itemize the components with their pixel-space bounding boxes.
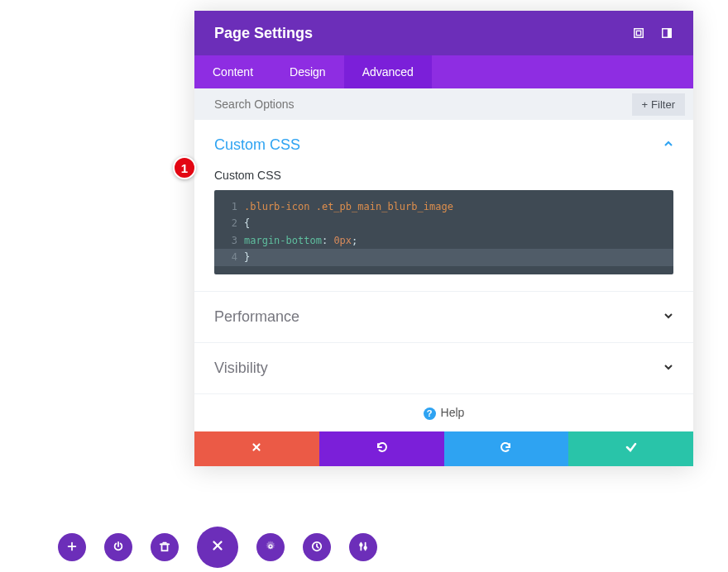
svg-rect-0 [635,29,644,38]
redo-icon [500,441,513,457]
section-head-performance[interactable]: Performance [214,308,673,326]
power-button[interactable] [104,533,132,561]
code-line: 2 { [226,215,662,231]
clock-icon [311,541,323,555]
footer [194,431,693,466]
chevron-down-icon [663,362,673,374]
filter-button[interactable]: + Filter [632,93,685,116]
line-number: 4 [226,249,237,265]
plus-icon: + [642,98,649,111]
section-custom-css: Custom CSS Custom CSS 1 .blurb-icon .et_… [194,120,693,292]
close-toolbar-button[interactable] [197,527,238,568]
redo-button[interactable] [444,431,569,466]
modal-header: Page Settings [194,11,693,55]
settings-button[interactable] [256,533,285,561]
check-icon [625,441,638,457]
close-icon [210,538,225,557]
code-selector: .blurb-icon .et_pb_main_blurb_image [244,201,453,212]
filter-label: Filter [651,98,675,111]
chevron-down-icon [663,311,673,323]
code-brace: { [244,217,250,229]
code-line: 4 } [214,249,673,265]
bottom-toolbar [58,527,377,568]
svg-point-17 [360,543,362,546]
code-editor[interactable]: 1 .blurb-icon .et_pb_main_blurb_image 2 … [214,190,673,274]
gear-icon [265,541,276,555]
svg-rect-3 [668,29,671,38]
section-title-custom-css: Custom CSS [214,136,300,154]
line-number: 1 [226,198,237,215]
code-line: 1 .blurb-icon .et_pb_main_blurb_image [226,198,662,215]
save-button[interactable] [568,431,693,466]
code-semi: ; [352,235,357,246]
svg-rect-9 [162,544,168,551]
code-property: margin-bottom [244,235,322,246]
snap-right-icon[interactable] [660,26,673,40]
header-icons [632,26,673,40]
undo-button[interactable] [319,431,444,466]
section-title-performance: Performance [214,308,299,326]
section-performance: Performance [194,292,693,343]
tab-advanced[interactable]: Advanced [344,55,432,88]
sliders-button[interactable] [349,533,377,561]
modal-title: Page Settings [214,25,313,42]
tab-content[interactable]: Content [194,55,271,88]
tab-design[interactable]: Design [271,55,344,88]
trash-icon [159,541,170,555]
help-icon: ? [424,408,436,420]
section-head-custom-css[interactable]: Custom CSS [214,136,673,154]
search-bar: + Filter [194,88,693,120]
svg-point-18 [364,546,366,549]
tabs: Content Design Advanced [194,55,693,88]
field-label-custom-css: Custom CSS [214,169,673,182]
plus-icon [66,541,78,555]
undo-icon [375,441,388,457]
svg-rect-1 [636,31,640,35]
help-label: Help [441,406,465,419]
section-head-visibility[interactable]: Visibility [214,360,673,377]
page-settings-modal: Page Settings Content Design Advanced + … [194,11,693,466]
history-button[interactable] [303,533,331,561]
section-visibility: Visibility [194,343,693,394]
annotation-marker-1: 1 [173,156,196,179]
power-icon [113,541,124,555]
trash-button[interactable] [151,533,179,561]
code-line: 3 margin-bottom: 0px; [226,232,662,249]
line-number: 3 [226,232,237,249]
content: Custom CSS Custom CSS 1 .blurb-icon .et_… [194,120,693,431]
search-input[interactable] [214,98,632,111]
code-brace: } [244,251,250,263]
add-button[interactable] [58,533,86,561]
fullscreen-icon[interactable] [632,26,645,40]
chevron-up-icon [663,139,673,151]
section-title-visibility: Visibility [214,360,268,377]
close-icon [251,441,262,456]
code-value: 0px [333,235,352,246]
help-row[interactable]: ?Help [194,394,693,431]
cancel-button[interactable] [194,431,319,466]
sliders-icon [357,541,369,555]
line-number: 2 [226,215,237,231]
